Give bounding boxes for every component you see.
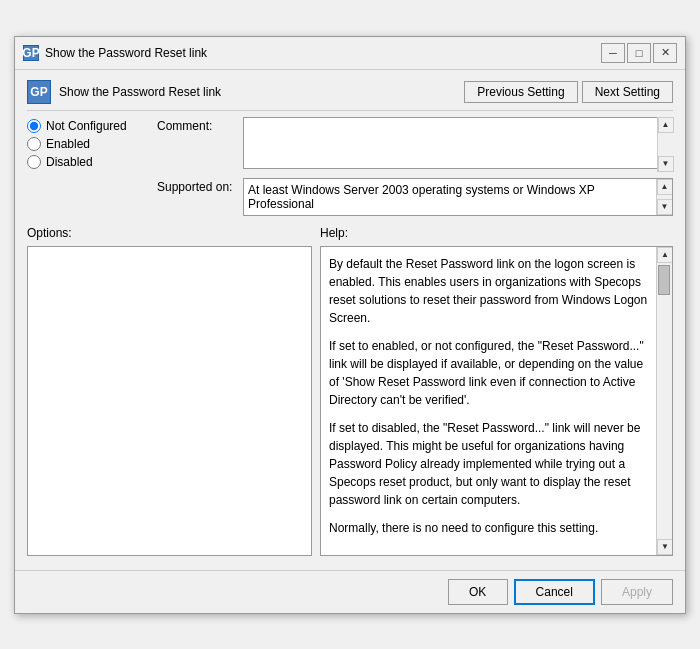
help-paragraph-4: Normally, there is no need to configure … (329, 519, 652, 537)
minimize-button[interactable]: ─ (601, 43, 625, 63)
radio-disabled-input[interactable] (27, 155, 41, 169)
help-text-content: By default the Reset Password link on th… (321, 247, 672, 555)
help-scrollbar: ▲ ▼ (656, 247, 672, 555)
radio-disabled[interactable]: Disabled (27, 155, 147, 169)
comment-input[interactable] (243, 117, 673, 169)
right-fields: Comment: ▲ ▼ Supported on: At least (157, 117, 673, 216)
radio-not-configured-label: Not Configured (46, 119, 127, 133)
apply-button[interactable]: Apply (601, 579, 673, 605)
radio-group: Not Configured Enabled Disabled (27, 117, 147, 169)
comment-scroll-down[interactable]: ▼ (658, 156, 674, 172)
title-bar-controls: ─ □ ✕ (601, 43, 677, 63)
cancel-button[interactable]: Cancel (514, 579, 595, 605)
header-title: Show the Password Reset link (59, 85, 221, 99)
footer: OK Cancel Apply (15, 570, 685, 613)
help-scroll-up[interactable]: ▲ (657, 247, 673, 263)
content: GP Show the Password Reset link Previous… (15, 70, 685, 566)
options-label: Options: (27, 226, 72, 240)
radio-disabled-label: Disabled (46, 155, 93, 169)
comment-scrollbar: ▲ ▼ (657, 117, 673, 172)
help-scroll-down[interactable]: ▼ (657, 539, 673, 555)
title-bar: GP Show the Password Reset link ─ □ ✕ (15, 37, 685, 70)
dialog-icon-label: GP (22, 46, 39, 60)
close-button[interactable]: ✕ (653, 43, 677, 63)
radio-enabled[interactable]: Enabled (27, 137, 147, 151)
help-label: Help: (320, 226, 348, 240)
supported-label: Supported on: (157, 178, 237, 194)
dialog: GP Show the Password Reset link ─ □ ✕ GP… (14, 36, 686, 614)
radio-enabled-label: Enabled (46, 137, 90, 151)
next-setting-button[interactable]: Next Setting (582, 81, 673, 103)
help-panel: By default the Reset Password link on th… (320, 246, 673, 556)
supported-content: At least Windows Server 2003 operating s… (244, 179, 672, 215)
radio-not-configured[interactable]: Not Configured (27, 119, 147, 133)
previous-setting-button[interactable]: Previous Setting (464, 81, 577, 103)
supported-scroll-down[interactable]: ▼ (657, 199, 673, 215)
comment-field-row: Comment: ▲ ▼ (157, 117, 673, 172)
ok-button[interactable]: OK (448, 579, 508, 605)
header-buttons: Previous Setting Next Setting (464, 81, 673, 103)
header-row: GP Show the Password Reset link Previous… (27, 80, 673, 111)
help-paragraph-3: If set to disabled, the "Reset Password.… (329, 419, 652, 509)
help-scroll-thumb (658, 265, 670, 295)
supported-field-row: Supported on: At least Windows Server 20… (157, 178, 673, 216)
radio-enabled-input[interactable] (27, 137, 41, 151)
section-labels: Options: Help: (27, 226, 673, 240)
options-section-label-container: Options: (27, 226, 312, 240)
supported-box: At least Windows Server 2003 operating s… (243, 178, 673, 216)
help-paragraph-2: If set to enabled, or not configured, th… (329, 337, 652, 409)
supported-scroll-up[interactable]: ▲ (657, 179, 673, 195)
dialog-icon: GP (23, 45, 39, 61)
radio-not-configured-input[interactable] (27, 119, 41, 133)
panels-row: By default the Reset Password link on th… (27, 246, 673, 556)
policy-icon: GP (27, 80, 51, 104)
help-section-label-container: Help: (320, 226, 673, 240)
help-scroll-track (657, 263, 672, 539)
options-panel (27, 246, 312, 556)
comment-scroll-up[interactable]: ▲ (658, 117, 674, 133)
maximize-button[interactable]: □ (627, 43, 651, 63)
title-bar-left: GP Show the Password Reset link (23, 45, 207, 61)
header-left: GP Show the Password Reset link (27, 80, 221, 104)
supported-scrollbar: ▲ ▼ (656, 179, 672, 215)
comment-label: Comment: (157, 117, 237, 133)
form-section: Not Configured Enabled Disabled Comment: (27, 117, 673, 216)
help-paragraph-1: By default the Reset Password link on th… (329, 255, 652, 327)
title-bar-title: Show the Password Reset link (45, 46, 207, 60)
policy-icon-label: GP (30, 85, 47, 99)
